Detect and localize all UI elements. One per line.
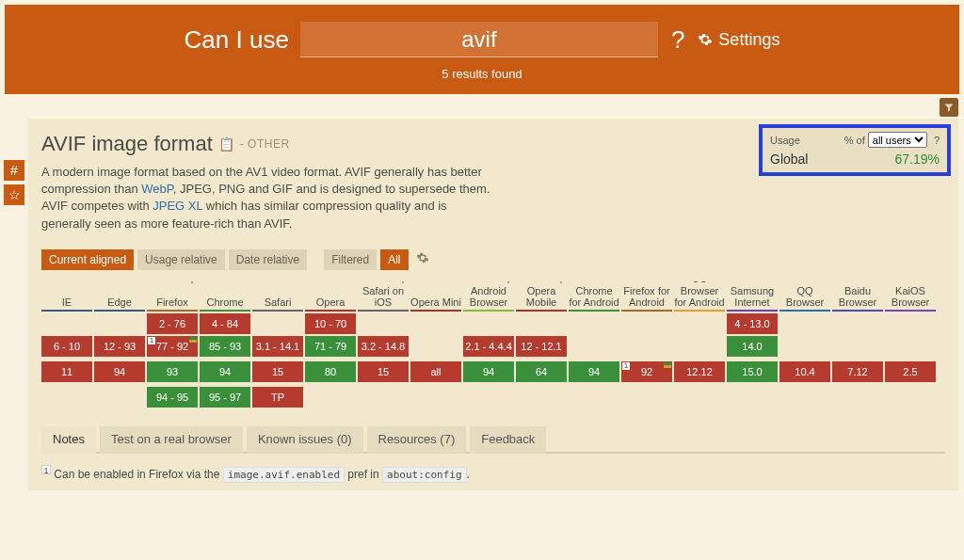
support-cell[interactable]: 3.1 - 14.1 <box>252 336 303 357</box>
support-cell[interactable]: 94 <box>463 361 514 382</box>
support-cell[interactable]: 2.1 - 4.4.4 <box>463 336 514 357</box>
view-settings-icon[interactable] <box>416 251 429 267</box>
support-cell <box>41 387 92 408</box>
browser-col: IE <box>41 281 92 312</box>
note-flag-icon: 1 <box>148 337 155 344</box>
support-cell <box>832 387 883 408</box>
support-cell[interactable]: all <box>410 361 461 382</box>
support-cell[interactable]: 64 <box>516 361 567 382</box>
support-cell[interactable]: 10 - 70 <box>305 313 356 334</box>
support-cell[interactable]: 11 <box>41 361 92 382</box>
permalink-button[interactable]: # <box>4 160 24 181</box>
support-cell <box>410 336 461 357</box>
copy-icon[interactable]: 📋 <box>218 136 234 152</box>
support-cell[interactable]: 94 <box>94 361 145 382</box>
browser-star-icon: * <box>401 281 405 289</box>
settings-link[interactable]: Settings <box>698 30 779 50</box>
side-buttons: # ☆ <box>4 160 24 205</box>
filter-icon[interactable] <box>940 98 958 117</box>
browser-col: KaiOS Browser <box>885 281 936 312</box>
support-cell <box>410 387 461 408</box>
support-cell <box>621 313 672 334</box>
browser-col: Opera Mini <box>410 281 461 312</box>
support-cell[interactable]: 7.12 <box>832 361 883 382</box>
browser-name: Chrome <box>200 281 250 312</box>
support-cell <box>832 313 883 334</box>
support-row: 11949394158015all94649492112.1215.010.47… <box>41 361 945 382</box>
support-cell[interactable]: 95 - 97 <box>200 387 250 408</box>
ctrl-date-relative[interactable]: Date relative <box>229 249 307 270</box>
usage-box: Usage % of all users ? Global 67.19% <box>759 124 951 176</box>
support-cell <box>621 336 672 357</box>
tab-feedback[interactable]: Feedback <box>470 426 546 454</box>
search-input[interactable] <box>300 22 658 57</box>
ctrl-filtered[interactable]: Filtered <box>324 249 377 270</box>
support-cell[interactable]: 921 <box>621 361 672 382</box>
tab-known-issues[interactable]: Known issues (0) <box>247 426 363 454</box>
link-webp[interactable]: WebP <box>141 182 173 196</box>
support-cell <box>885 387 936 408</box>
browser-name: Firefox for Android <box>621 281 672 312</box>
note-1-code2: about:config <box>382 467 466 483</box>
support-cell <box>569 336 619 357</box>
usage-select[interactable]: all users <box>868 132 927 148</box>
notes-body: 1 Can be enabled in Firefox via the imag… <box>41 465 945 481</box>
browser-name: Edge <box>94 281 145 312</box>
support-cell <box>621 387 672 408</box>
tab-test[interactable]: Test on a real browser <box>100 426 243 454</box>
tabs: Notes Test on a real browser Known issue… <box>41 426 945 454</box>
tab-resources[interactable]: Resources (7) <box>367 426 467 454</box>
support-cell[interactable]: 15 <box>358 361 409 382</box>
support-cell[interactable]: 77 - 921 <box>147 336 198 357</box>
feature-description: A modern image format based on the AV1 v… <box>41 164 493 232</box>
support-cell <box>569 387 619 408</box>
support-cell <box>94 387 145 408</box>
browser-col: Edge <box>94 281 145 312</box>
support-cell[interactable]: 71 - 79 <box>305 336 356 357</box>
support-cell[interactable]: 6 - 10 <box>41 336 92 357</box>
support-cell[interactable]: 3.2 - 14.8 <box>358 336 409 357</box>
support-cell[interactable]: 12 - 12.1 <box>516 336 567 357</box>
link-jpegxl[interactable]: JPEG XL <box>153 199 202 213</box>
note-1-post: . <box>467 468 470 481</box>
tab-notes[interactable]: Notes <box>41 426 96 454</box>
browser-star-icon: * <box>506 281 510 289</box>
support-cell <box>358 387 409 408</box>
support-cell[interactable]: 85 - 93 <box>200 336 250 357</box>
caniuse-label: Can I use <box>185 25 289 55</box>
ctrl-usage-relative[interactable]: Usage relative <box>137 249 225 270</box>
note-index-1: 1 <box>41 465 51 474</box>
browser-name: Safari <box>252 281 303 312</box>
support-cell[interactable]: 12.12 <box>674 361 725 382</box>
support-cell[interactable]: 14.0 <box>727 336 778 357</box>
support-cell[interactable]: 12 - 93 <box>94 336 145 357</box>
support-cell <box>358 313 409 334</box>
support-cell <box>569 313 619 334</box>
support-cell <box>832 336 883 357</box>
browser-col: Firefox* <box>147 281 198 312</box>
ctrl-current-aligned[interactable]: Current aligned <box>41 249 134 270</box>
support-cell[interactable]: TP <box>252 387 303 408</box>
browser-col: Baidu Browser <box>832 281 883 312</box>
support-cell[interactable]: 15 <box>252 361 303 382</box>
browser-col: Android Browser* <box>463 281 514 312</box>
browser-col: Safari on iOS* <box>358 281 409 312</box>
support-cell[interactable]: 94 <box>569 361 619 382</box>
support-cell[interactable]: 10.4 <box>779 361 830 382</box>
support-cell[interactable]: 80 <box>305 361 356 382</box>
support-cell[interactable]: 94 <box>200 361 250 382</box>
ctrl-all[interactable]: All <box>380 249 408 270</box>
support-cell[interactable]: 2.5 <box>885 361 936 382</box>
support-cell[interactable]: 4 - 13.0 <box>727 313 778 334</box>
browser-header-row: IEEdgeFirefox*ChromeSafariOperaSafari on… <box>41 281 945 312</box>
support-cell[interactable]: 2 - 76 <box>147 313 198 334</box>
search-line: Can I use ? Settings <box>33 22 931 57</box>
support-cell[interactable]: 94 - 95 <box>147 387 198 408</box>
star-button[interactable]: ☆ <box>4 184 24 205</box>
usage-help[interactable]: ? <box>934 135 940 146</box>
support-cell[interactable]: 93 <box>147 361 198 382</box>
support-cell[interactable]: 15.0 <box>727 361 778 382</box>
settings-label: Settings <box>718 30 779 50</box>
support-cell[interactable]: 4 - 84 <box>200 313 250 334</box>
support-cell <box>463 313 514 334</box>
